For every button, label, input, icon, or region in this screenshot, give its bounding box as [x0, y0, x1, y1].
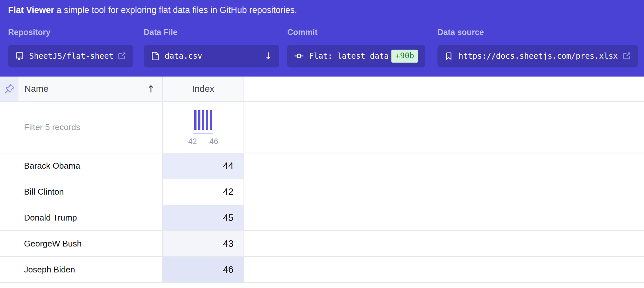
- bookmark-icon: [445, 52, 453, 60]
- table-row: Barack Obama 44: [0, 153, 644, 179]
- name-cell: Donald Trump: [0, 205, 163, 231]
- commit-control: Commit Flat: latest data +90b: [287, 27, 425, 67]
- histogram-bar: [194, 110, 197, 130]
- repository-value: SheetJS/flat-sheet: [29, 52, 113, 61]
- external-link-icon[interactable]: [117, 52, 126, 60]
- sort-ascending-icon[interactable]: ↑: [147, 83, 155, 95]
- file-icon: [151, 52, 159, 60]
- topbar: Flat Viewer a simple tool for exploring …: [0, 0, 644, 77]
- repository-label: Repository: [8, 27, 133, 37]
- table-row: Joseph Biden 46: [0, 257, 644, 283]
- repository-control: Repository SheetJS/flat-sheet: [8, 27, 133, 67]
- diff-size-badge: +90b: [391, 50, 418, 62]
- data-source-label: Data source: [437, 27, 638, 37]
- histogram-axis-labels: 42 46: [188, 137, 218, 146]
- histogram-bar: [198, 110, 200, 130]
- arrow-down-icon[interactable]: ↓: [265, 52, 272, 61]
- data-file-select[interactable]: data.csv ↓: [144, 45, 279, 67]
- index-cell: 43: [163, 231, 244, 256]
- index-cell: 46: [163, 257, 244, 282]
- index-histogram-filter[interactable]: 42 46: [163, 102, 244, 153]
- data-source-control: Data source https://docs.sheetjs.com/pre…: [437, 27, 638, 67]
- pin-icon: [5, 84, 14, 94]
- blank-area-divider: [244, 152, 644, 152]
- data-file-value: data.csv: [165, 52, 202, 61]
- commit-message: Flat: latest data: [309, 52, 389, 61]
- commit-button[interactable]: Flat: latest data +90b: [287, 45, 425, 67]
- app-brand: Flat Viewer a simple tool for exploring …: [8, 5, 297, 16]
- histogram-bar: [206, 110, 208, 130]
- index-cell: 45: [163, 205, 244, 231]
- index-cell: 44: [163, 153, 244, 179]
- filter-input[interactable]: [0, 102, 162, 153]
- table-row: Donald Trump 45: [0, 205, 644, 231]
- flat-viewer-app: Flat Viewer a simple tool for exploring …: [0, 0, 644, 288]
- filter-name-cell: [0, 102, 163, 153]
- name-cell: GeorgeW Bush: [0, 231, 163, 256]
- histogram-max-label: 46: [209, 137, 218, 146]
- histogram-min-label: 42: [188, 137, 197, 146]
- column-header-name-label: Name: [24, 84, 49, 94]
- data-file-label: Data File: [144, 27, 279, 37]
- name-cell: Joseph Biden: [0, 257, 163, 282]
- column-header-name[interactable]: Name ↑: [18, 77, 163, 101]
- repo-book-icon: [15, 52, 24, 60]
- grid-header-row: Name ↑ Index: [0, 77, 644, 102]
- repository-button[interactable]: SheetJS/flat-sheet: [8, 45, 133, 67]
- data-source-url: https://docs.sheetjs.com/pres.xlsx: [459, 52, 618, 61]
- table-row: Bill Clinton 42: [0, 179, 644, 205]
- app-subtitle: a simple tool for exploring flat data fi…: [57, 5, 297, 15]
- histogram-baseline: [193, 133, 213, 134]
- table-rows: Barack Obama 44 Bill Clinton 42 Donald T…: [0, 153, 644, 283]
- histogram-bar: [210, 110, 212, 130]
- column-header-index-label: Index: [192, 84, 214, 94]
- column-header-index[interactable]: Index: [163, 77, 244, 101]
- commit-label: Commit: [287, 27, 425, 37]
- histogram-bars: [194, 110, 212, 130]
- name-cell: Bill Clinton: [0, 179, 163, 205]
- data-grid: Name ↑ Index 42 46 Barack Obama: [0, 77, 644, 288]
- app-title: Flat Viewer: [8, 5, 54, 15]
- table-row: GeorgeW Bush 43: [0, 231, 644, 257]
- filter-row: 42 46: [0, 102, 644, 153]
- index-cell: 42: [163, 179, 244, 205]
- histogram-bar: [202, 110, 204, 130]
- git-commit-icon: [294, 52, 304, 61]
- external-link-icon[interactable]: [622, 52, 631, 60]
- data-source-link[interactable]: https://docs.sheetjs.com/pres.xlsx: [437, 45, 638, 67]
- name-cell: Barack Obama: [0, 153, 163, 179]
- data-file-control: Data File data.csv ↓: [144, 27, 279, 67]
- pin-column-button[interactable]: [0, 77, 18, 101]
